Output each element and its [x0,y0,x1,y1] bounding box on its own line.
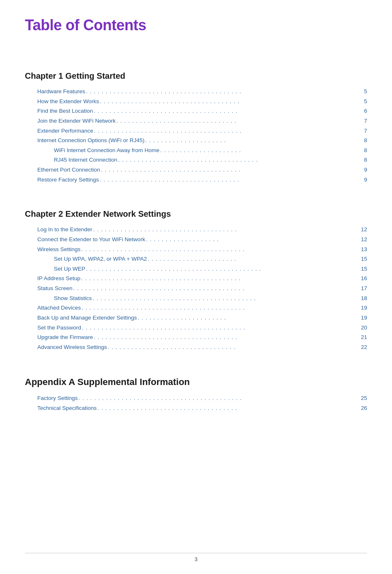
chapter1-heading: Chapter 1 Getting Started [25,71,367,81]
list-item: Advanced Wireless Settings . . . . . . .… [25,342,367,352]
list-item: Status Screen . . . . . . . . . . . . . … [25,283,367,293]
appendixa-section: Appendix A Supplemental Information Fact… [25,377,367,413]
list-item: Set Up WPA, WPA2, or WPA + WPA2 . . . . … [25,254,367,264]
page-divider [25,553,367,553]
list-item: RJ45 Internet Connection . . . . . . . .… [25,155,367,165]
page-number: 3 [194,556,197,562]
list-item: Attached Devices . . . . . . . . . . . .… [25,303,367,313]
list-item: Set Up WEP . . . . . . . . . . . . . . .… [25,264,367,274]
list-item: IP Address Setup . . . . . . . . . . . .… [25,274,367,283]
list-item: Internet Connection Options (WiFi or RJ4… [25,136,367,145]
page-container: Table of Contents Chapter 1 Getting Star… [0,0,392,574]
list-item: Set the Password . . . . . . . . . . . .… [25,323,367,333]
list-item: Wireless Settings . . . . . . . . . . . … [25,245,367,254]
chapter1-section: Chapter 1 Getting Started Hardware Featu… [25,71,367,184]
page-title: Table of Contents [25,17,367,34]
appendixa-heading: Appendix A Supplemental Information [25,377,367,388]
chapter2-section: Chapter 2 Extender Network Settings Log … [25,209,367,352]
list-item: Log In to the Extender . . . . . . . . .… [25,225,367,235]
list-item: Connect the Extender to Your WiFi Networ… [25,235,367,245]
list-item: Factory Settings . . . . . . . . . . . .… [25,393,367,403]
list-item: Technical Specifications . . . . . . . .… [25,403,367,413]
list-item: WiFi Internet Connection Away from Home … [25,145,367,155]
list-item: Extender Performance . . . . . . . . . .… [25,126,367,136]
list-item: Upgrade the Firmware . . . . . . . . . .… [25,332,367,342]
list-item: How the Extender Works . . . . . . . . .… [25,97,367,107]
list-item: Hardware Features . . . . . . . . . . . … [25,87,367,97]
list-item: Show Statistics . . . . . . . . . . . . … [25,293,367,303]
list-item: Ethernet Port Connection . . . . . . . .… [25,165,367,175]
list-item: Join the Extender WiFi Network . . . . .… [25,116,367,126]
list-item: Restore Factory Settings . . . . . . . .… [25,175,367,185]
list-item: Find the Best Location . . . . . . . . .… [25,106,367,116]
chapter2-heading: Chapter 2 Extender Network Settings [25,209,367,219]
list-item: Back Up and Manage Extender Settings . .… [25,313,367,323]
